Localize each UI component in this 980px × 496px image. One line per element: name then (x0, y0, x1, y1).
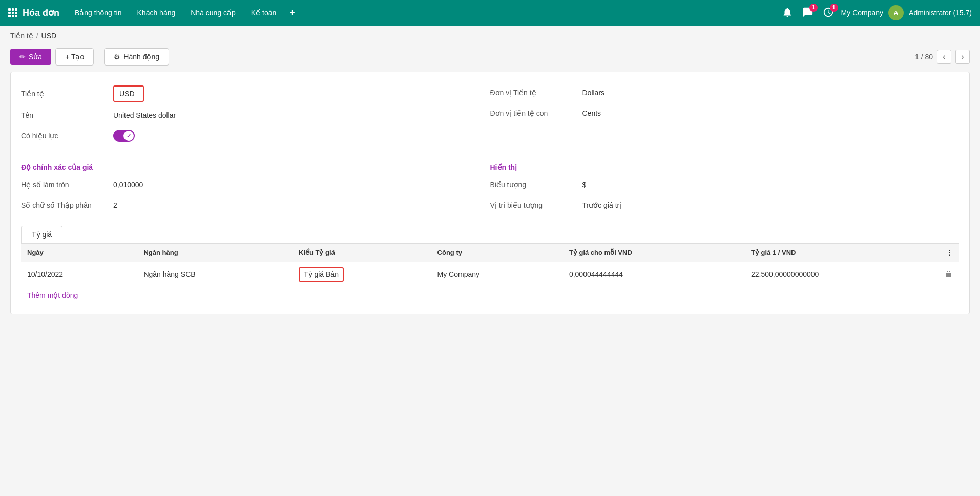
field-row-unit: Đơn vị Tiền tệ Dollars (490, 82, 960, 103)
cell-rate-type-value: Tỷ giá Bán (299, 267, 344, 282)
label-subunit: Đơn vị tiền tệ con (490, 109, 582, 117)
breadcrumb-current: USD (41, 32, 57, 40)
col-company: Công ty (431, 244, 563, 262)
col-rate-type: Kiểu Tỷ giá (293, 244, 431, 262)
field-row-name: Tên United States dollar (21, 105, 490, 125)
label-symbol: Biểu tượng (490, 181, 582, 189)
toggle-switch[interactable]: ✓ (113, 130, 135, 142)
clock-badge: 1 (830, 4, 838, 12)
value-unit: Dollars (582, 89, 605, 97)
cell-delete[interactable]: 🗑 (939, 262, 959, 287)
activity-icon-btn[interactable] (780, 5, 795, 21)
pagination-prev[interactable]: ‹ (937, 50, 951, 64)
exchange-rate-table: Ngày Ngân hàng Kiểu Tỷ giá Công ty Tỷ gi… (21, 243, 959, 287)
display-right: Hiển thị Biểu tượng $ Vị trí biểu tượng … (490, 156, 960, 215)
create-label: + Tạo (65, 53, 84, 61)
precision-header: Độ chính xác của giá (21, 156, 490, 175)
form-right: Đơn vị Tiền tệ Dollars Đơn vị tiền tệ co… (490, 82, 960, 146)
nav-customers[interactable]: Khách hàng (130, 5, 183, 21)
precision-left: Độ chính xác của giá Hệ số làm tròn 0,01… (21, 156, 490, 215)
label-active: Có hiệu lực (21, 132, 113, 140)
edit-button[interactable]: ✏ Sửa (10, 49, 51, 65)
app-title: Hóa đơn (23, 7, 59, 18)
add-row-link[interactable]: Thêm một dòng (21, 287, 84, 304)
create-button[interactable]: + Tạo (55, 48, 94, 66)
pagination: 1 / 80 ‹ › (915, 50, 970, 64)
field-row-subunit: Đơn vị tiền tệ con Cents (490, 103, 960, 123)
toggle-knob: ✓ (123, 131, 134, 141)
nav-menu: Bảng thông tin Khách hàng Nhà cung cấp K… (68, 4, 778, 23)
field-row-rounding: Hệ số làm tròn 0,010000 (21, 175, 490, 195)
col-rate-1-vnd: Tỷ giá 1 / VND (745, 244, 939, 262)
nav-suppliers[interactable]: Nhà cung cấp (183, 5, 243, 21)
value-rounding: 0,010000 (113, 181, 143, 189)
gear-icon: ⚙ (114, 53, 120, 61)
content-wrapper: Tiền tệ USD Tên United States dollar Có … (0, 72, 980, 314)
toggle-active[interactable]: ✓ (113, 130, 135, 142)
label-rounding: Hệ số làm tròn (21, 181, 113, 189)
pagination-next[interactable]: › (955, 50, 970, 64)
nav-add-menu[interactable]: + (284, 4, 300, 23)
clock-icon-btn[interactable]: 1 (821, 5, 836, 21)
top-navigation: Hóa đơn Bảng thông tin Khách hàng Nhà cu… (0, 0, 980, 26)
tabs-container: Tỷ giá (21, 226, 959, 243)
main-content: Tiền tệ USD Tên United States dollar Có … (10, 72, 970, 314)
cell-date: 10/10/2022 (21, 262, 137, 287)
pencil-icon: ✏ (19, 53, 26, 61)
breadcrumb-separator: / (36, 32, 38, 40)
col-date: Ngày (21, 244, 137, 262)
pagination-text: 1 / 80 (915, 53, 933, 61)
field-row-symbol-pos: Vị trí biểu tượng Trước giá trị (490, 195, 960, 215)
nav-content: Hóa đơn Bảng thông tin Khách hàng Nhà cu… (8, 4, 972, 23)
table-row: 10/10/2022 Ngân hàng SCB Tỷ giá Bán My C… (21, 262, 959, 287)
label-unit: Đơn vị Tiền tệ (490, 89, 582, 97)
value-subunit: Cents (582, 109, 601, 117)
value-decimal: 2 (113, 201, 117, 209)
action-button[interactable]: ⚙ Hành động (104, 48, 169, 66)
field-row-symbol: Biểu tượng $ (490, 175, 960, 195)
label-decimal: Số chữ số Thập phân (21, 201, 113, 209)
nav-right: 1 1 My Company A Administrator (15.7) (780, 5, 972, 21)
label-currency: Tiền tệ (21, 90, 113, 98)
avatar[interactable]: A (888, 5, 904, 20)
cell-company: My Company (431, 262, 563, 287)
value-symbol: $ (582, 181, 587, 189)
label-name: Tên (21, 111, 113, 119)
message-badge: 1 (809, 4, 818, 12)
breadcrumb-parent[interactable]: Tiền tệ (10, 32, 33, 40)
nav-dashboard[interactable]: Bảng thông tin (68, 5, 129, 21)
value-name: United States dollar (113, 111, 176, 119)
grid-icon (8, 8, 17, 17)
label-symbol-pos: Vị trí biểu tượng (490, 201, 582, 209)
cell-bank: Ngân hàng SCB (137, 262, 293, 287)
form-left: Tiền tệ USD Tên United States dollar Có … (21, 82, 490, 146)
value-currency: USD (113, 85, 144, 102)
breadcrumb: Tiền tệ / USD (0, 26, 980, 44)
field-row-currency: Tiền tệ USD (21, 82, 490, 105)
display-header: Hiển thị (490, 156, 960, 175)
precision-display-section: Độ chính xác của giá Hệ số làm tròn 0,01… (21, 156, 959, 215)
col-menu[interactable]: ⋮ (939, 244, 959, 262)
cell-rate-type: Tỷ giá Bán (293, 262, 431, 287)
check-icon: ✓ (127, 133, 131, 139)
tab-exchange-rate[interactable]: Tỷ giá (21, 226, 62, 243)
delete-icon[interactable]: 🗑 (945, 270, 953, 278)
field-row-active: Có hiệu lực ✓ (21, 125, 490, 146)
cell-rate-1-vnd: 22.500,00000000000 (745, 262, 939, 287)
value-symbol-pos: Trước giá trị (582, 201, 622, 209)
form-section: Tiền tệ USD Tên United States dollar Có … (21, 82, 959, 146)
col-rate-per-vnd: Tỷ giá cho mỗi VND (563, 244, 745, 262)
nav-accounting[interactable]: Kế toán (244, 5, 283, 21)
company-name: My Company (841, 9, 883, 17)
col-bank: Ngân hàng (137, 244, 293, 262)
nav-logo[interactable]: Hóa đơn (8, 7, 59, 18)
user-name: Administrator (15.7) (909, 9, 972, 17)
toolbar: ✏ Sửa + Tạo ⚙ Hành động 1 / 80 ‹ › (0, 44, 980, 72)
field-row-decimal: Số chữ số Thập phân 2 (21, 195, 490, 215)
edit-label: Sửa (29, 53, 42, 61)
message-icon-btn[interactable]: 1 (800, 5, 816, 21)
cell-rate-per-vnd: 0,000044444444 (563, 262, 745, 287)
action-label: Hành động (123, 53, 159, 61)
